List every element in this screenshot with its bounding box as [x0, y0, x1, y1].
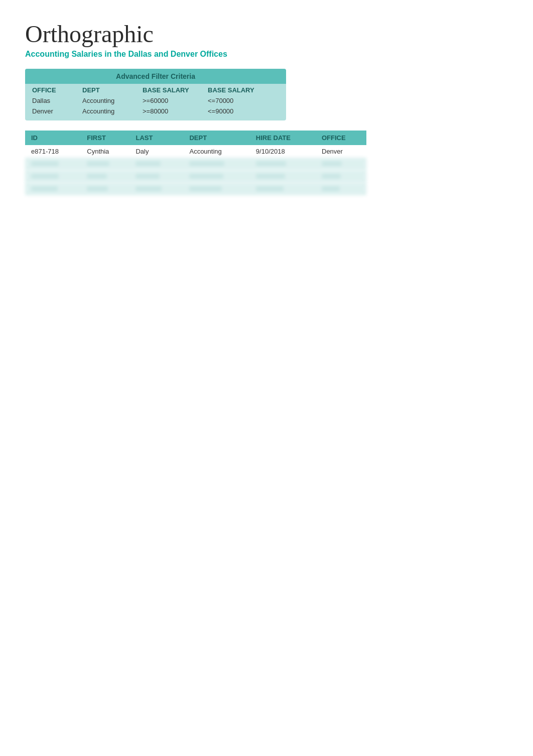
- col-header-first: FIRST: [81, 131, 129, 145]
- page-title: Orthographic: [25, 20, 508, 48]
- col-header-office: OFFICE: [316, 131, 366, 145]
- col-header-dept: DEPT: [183, 131, 249, 145]
- result-row-blurred-1: [25, 158, 366, 170]
- results-table: ID FIRST LAST DEPT HIRE DATE OFFICE e871…: [25, 131, 366, 195]
- col-header-hire-date: HIRE DATE: [250, 131, 316, 145]
- col-header-id: ID: [25, 131, 81, 145]
- filter-dallas-salary-min: >=60000: [143, 96, 208, 105]
- result-dept: Accounting: [183, 145, 249, 158]
- filter-header-row: OFFICE DEPT BASE SALARY BASE SALARY: [25, 84, 286, 95]
- result-last: Daly: [129, 145, 183, 158]
- page-subtitle: Accounting Salaries in the Dallas and De…: [25, 50, 508, 59]
- filter-row-denver: Denver Accounting >=80000 <=90000: [25, 106, 286, 120]
- filter-dallas-office: Dallas: [32, 96, 82, 105]
- filter-title: Advanced Filter Criteria: [116, 72, 195, 80]
- filter-dallas-dept: Accounting: [82, 96, 143, 105]
- filter-denver-salary-max: <=90000: [208, 107, 273, 115]
- result-office: Denver: [316, 145, 366, 158]
- result-hire-date: 9/10/2018: [250, 145, 316, 158]
- filter-criteria-section: Advanced Filter Criteria OFFICE DEPT BAS…: [25, 69, 286, 120]
- filter-header-salary-max: BASE SALARY: [208, 86, 273, 94]
- filter-row-dallas: Dallas Accounting >=60000 <=70000: [25, 95, 286, 106]
- col-header-last: LAST: [129, 131, 183, 145]
- filter-denver-salary-min: >=80000: [143, 107, 208, 115]
- filter-title-row: Advanced Filter Criteria: [25, 69, 286, 84]
- filter-dallas-salary-max: <=70000: [208, 96, 273, 105]
- filter-header-dept: DEPT: [82, 86, 143, 94]
- result-row-visible: e871-718 Cynthia Daly Accounting 9/10/20…: [25, 145, 366, 158]
- filter-denver-dept: Accounting: [82, 107, 143, 115]
- filter-denver-office: Denver: [32, 107, 82, 115]
- results-header-row: ID FIRST LAST DEPT HIRE DATE OFFICE: [25, 131, 366, 145]
- filter-header-office: OFFICE: [32, 86, 82, 94]
- result-row-blurred-2: [25, 170, 366, 183]
- filter-header-salary-min: BASE SALARY: [143, 86, 208, 94]
- result-row-blurred-3: [25, 183, 366, 195]
- result-id: e871-718: [25, 145, 81, 158]
- result-first: Cynthia: [81, 145, 129, 158]
